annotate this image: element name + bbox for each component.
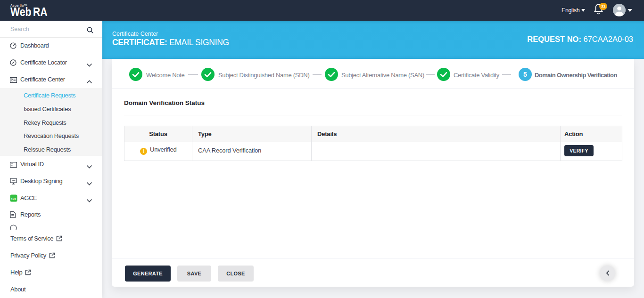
svg-text:SH: SH <box>11 197 16 201</box>
